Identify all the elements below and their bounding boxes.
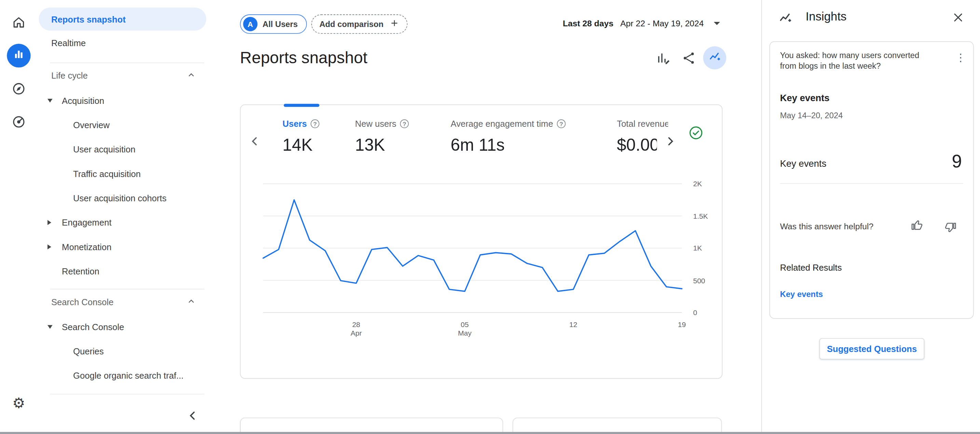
segment-avatar: A <box>243 17 258 31</box>
sidebar-item-queries[interactable]: Queries <box>38 339 222 363</box>
feedback-prompt: Was this answer helpful? <box>780 222 874 231</box>
x-axis-tick-label: 12 <box>561 320 585 329</box>
insights-toggle-button[interactable] <box>703 46 727 69</box>
y-axis-tick-label: 500 <box>693 275 705 285</box>
collapse-sidebar-icon[interactable] <box>185 408 200 423</box>
reports-icon <box>12 48 25 64</box>
sidebar-item-reports-snapshot[interactable]: Reports snapshot <box>38 8 206 31</box>
insight-metric-value: 9 <box>951 151 962 172</box>
insights-panel-icon <box>778 11 793 25</box>
sidebar-item-label: Overview <box>73 119 110 130</box>
sidebar-item-label: Queries <box>73 346 104 356</box>
y-axis-tick-label: 1K <box>693 243 702 253</box>
chevron-up-icon[interactable] <box>186 69 197 82</box>
sidebar-item-engagement[interactable]: Engagement <box>38 210 222 234</box>
nav-rail: ⚙ <box>0 0 38 434</box>
insights-panel-title: Insights <box>806 10 847 24</box>
divider <box>50 394 204 394</box>
chevron-up-icon[interactable] <box>186 295 197 308</box>
add-comparison-label: Add comparison <box>320 19 384 29</box>
sidebar-section-search-console[interactable]: Search Console <box>38 289 222 315</box>
thumbs-up-icon[interactable] <box>910 218 924 232</box>
date-range-label: Apr 22 - May 19, 2024 <box>620 19 703 28</box>
chevron-down-icon <box>714 22 720 25</box>
sidebar-item-label: Search Console <box>62 321 124 331</box>
sidebar-item-label: Google organic search traf... <box>73 370 183 380</box>
close-icon[interactable] <box>951 11 965 24</box>
sidebar-item-overview[interactable]: Overview <box>38 113 222 137</box>
overflow-menu-icon[interactable]: ⋮ <box>954 51 967 65</box>
users-trend-chart[interactable] <box>263 184 682 313</box>
sidebar-item-label: Retention <box>62 266 99 276</box>
main-content: A All Users Add comparison Last 28 days … <box>222 0 761 434</box>
chart-area: 05001K1.5K2K28Apr05May1219 <box>240 105 722 378</box>
home-icon[interactable] <box>11 15 26 30</box>
expand-arrow-icon[interactable] <box>48 325 62 328</box>
y-axis-tick-label: 2K <box>693 179 702 189</box>
divider <box>780 183 963 184</box>
sidebar-item-label: User acquisition <box>73 144 135 154</box>
plus-icon <box>389 18 399 30</box>
sidebar-item-user-acquisition[interactable]: User acquisition <box>38 137 222 161</box>
suggested-questions-button[interactable]: Suggested Questions <box>819 338 924 359</box>
sidebar-item-label: User acquisition cohorts <box>73 193 166 203</box>
sidebar-item-google-organic-search-traffic[interactable]: Google organic search traf... <box>38 363 222 388</box>
x-axis-tick-label: 05May <box>452 320 477 337</box>
sidebar-item-label: Reports snapshot <box>51 14 126 24</box>
expand-arrow-icon[interactable] <box>48 220 62 225</box>
expand-arrow-icon[interactable] <box>48 99 62 102</box>
sidebar-item-label: Acquisition <box>62 95 104 105</box>
all-users-segment-chip[interactable]: A All Users <box>240 14 307 34</box>
related-results-label: Related Results <box>780 262 842 272</box>
reports-nav-selected[interactable] <box>7 44 31 68</box>
advertising-icon[interactable] <box>11 114 26 130</box>
add-comparison-button[interactable]: Add comparison <box>311 14 407 34</box>
section-label: Life cycle <box>51 71 88 81</box>
insights-icon <box>708 49 721 66</box>
x-axis-tick-label: 28Apr <box>344 320 369 337</box>
sidebar-item-label: Realtime <box>51 38 86 48</box>
sidebar-item-monetization[interactable]: Monetization <box>38 234 222 259</box>
thumbs-down-icon[interactable] <box>944 221 958 234</box>
y-axis-tick-label: 1.5K <box>693 211 708 221</box>
date-preset-label: Last 28 days <box>563 19 613 28</box>
sidebar-item-retention[interactable]: Retention <box>38 259 222 283</box>
sidebar-item-traffic-acquisition[interactable]: Traffic acquisition <box>38 161 222 186</box>
expand-arrow-icon[interactable] <box>48 244 62 249</box>
x-axis-tick-label: 19 <box>670 320 694 329</box>
overview-metrics-card: Users? 14K New users? 13K Average engage… <box>240 104 722 378</box>
share-icon[interactable] <box>681 51 697 65</box>
insight-question: You asked: how many users converted from… <box>780 50 925 71</box>
sidebar-item-realtime[interactable]: Realtime <box>38 31 222 55</box>
segment-chip-label: All Users <box>262 19 298 29</box>
y-axis-tick-label: 0 <box>693 308 697 318</box>
page-title: Reports snapshot <box>240 48 368 68</box>
section-label: Search Console <box>51 297 113 307</box>
related-result-link[interactable]: Key events <box>780 289 823 299</box>
sidebar-item-label: Engagement <box>62 217 111 227</box>
explore-icon[interactable] <box>11 81 26 96</box>
customize-report-icon[interactable] <box>656 51 671 65</box>
sidebar-item-search-console[interactable]: Search Console <box>38 315 222 339</box>
sidebar-item-user-acquisition-cohorts[interactable]: User acquisition cohorts <box>38 186 222 210</box>
sidebar-section-life-cycle[interactable]: Life cycle <box>38 63 222 88</box>
insight-answer-date-range: May 14–20, 2024 <box>780 111 843 120</box>
insight-answer-heading: Key events <box>780 92 830 103</box>
insight-metric-label: Key events <box>780 158 827 169</box>
insight-answer-card: You asked: how many users converted from… <box>770 41 974 319</box>
sidebar-item-acquisition[interactable]: Acquisition <box>38 88 222 113</box>
insights-panel: Insights You asked: how many users conve… <box>761 0 980 434</box>
date-range-picker[interactable]: Last 28 days Apr 22 - May 19, 2024 <box>563 19 720 28</box>
sidebar-item-label: Monetization <box>62 242 111 251</box>
ga4-reports-snapshot-page: ⚙ Reports snapshot Realtime Life cycle A… <box>0 0 980 434</box>
report-nav-sidebar: Reports snapshot Realtime Life cycle Acq… <box>38 0 222 434</box>
window-bottom-edge <box>0 432 980 434</box>
settings-gear-icon[interactable]: ⚙ <box>11 396 26 411</box>
sidebar-item-label: Traffic acquisition <box>73 169 141 178</box>
